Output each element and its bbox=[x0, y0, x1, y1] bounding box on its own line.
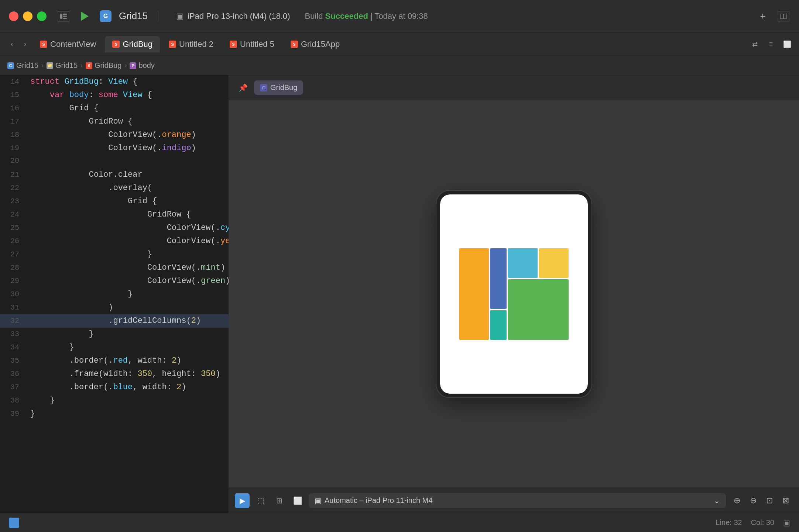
code-line-27: 27 } bbox=[0, 248, 229, 261]
line-content: struct GridBug: View { bbox=[27, 75, 229, 88]
code-editor[interactable]: 14struct GridBug: View {15 var body: som… bbox=[0, 75, 229, 513]
tab-content-view[interactable]: S ContentView bbox=[32, 36, 103, 52]
code-line-16: 16 Grid { bbox=[0, 102, 229, 115]
line-content: Grid { bbox=[27, 102, 229, 115]
preview-canvas bbox=[229, 100, 799, 488]
line-content: Color.clear bbox=[27, 168, 229, 181]
statusbar-left bbox=[9, 518, 19, 528]
line-number: 19 bbox=[0, 142, 27, 154]
line-number: 27 bbox=[0, 249, 27, 260]
zoom-controls: ⊕ ⊖ ⊡ ⊠ bbox=[730, 493, 793, 508]
zoom-in-button[interactable]: ⊕ bbox=[730, 493, 744, 508]
grid-button[interactable]: ⊞ bbox=[272, 493, 287, 508]
device-selector-dropdown[interactable]: ▣ Automatic – iPad Pro 11-inch M4 ⌄ bbox=[309, 493, 726, 508]
code-line-25: 25 ColorView(.cyan) bbox=[0, 221, 229, 235]
code-line-38: 38 } bbox=[0, 394, 229, 407]
tab-untitled-2[interactable]: S Untitled 2 bbox=[161, 36, 221, 52]
col-indicator: Col: 30 bbox=[751, 518, 774, 527]
svg-rect-4 bbox=[780, 14, 783, 19]
code-line-29: 29 ColorView(.green) bbox=[0, 274, 229, 288]
line-content: ColorView(.orange) bbox=[27, 128, 229, 141]
play-preview-button[interactable]: ▶ bbox=[235, 493, 250, 508]
pin-button[interactable]: 📌 bbox=[236, 81, 250, 94]
line-number: 16 bbox=[0, 103, 27, 114]
code-line-26: 26 ColorView(.yellow) bbox=[0, 235, 229, 248]
minimize-button[interactable] bbox=[23, 11, 32, 21]
code-line-20: 20 bbox=[0, 155, 229, 168]
line-number: 25 bbox=[0, 222, 27, 234]
zoom-fit-button[interactable]: ⊡ bbox=[762, 493, 777, 508]
bc-grid15-app[interactable]: G Grid15 bbox=[7, 61, 38, 70]
bc-folder-label: Grid15 bbox=[55, 61, 78, 70]
code-line-21: 21 Color.clear bbox=[0, 168, 229, 182]
line-number: 31 bbox=[0, 302, 27, 314]
line-number: 20 bbox=[0, 155, 27, 167]
line-number: 23 bbox=[0, 196, 27, 207]
tab-grid-bug[interactable]: S GridBug bbox=[105, 36, 160, 52]
code-line-33: 33 } bbox=[0, 328, 229, 341]
code-line-32: 32 .gridCellColumns(2) bbox=[0, 314, 229, 328]
tab-grid15-app[interactable]: S Grid15App bbox=[283, 36, 347, 52]
bc-sep-2: › bbox=[80, 62, 83, 69]
svg-rect-5 bbox=[784, 14, 787, 19]
bc-swift-icon: S bbox=[86, 62, 92, 69]
bc-grid15-label: Grid15 bbox=[16, 61, 38, 70]
line-content: var body: some View { bbox=[27, 89, 229, 101]
line-number: 18 bbox=[0, 129, 27, 141]
tab-label-grid-bug: GridBug bbox=[123, 39, 152, 49]
line-content: GridRow { bbox=[27, 208, 229, 221]
line-content: .border(.red, width: 2) bbox=[27, 354, 229, 367]
device-name: iPad Pro 13-inch (M4) (18.0) bbox=[188, 11, 290, 21]
traffic-lights bbox=[9, 11, 47, 21]
bc-body[interactable]: P body bbox=[130, 61, 154, 70]
device-selector[interactable]: ▣ iPad Pro 13-inch (M4) (18.0) bbox=[176, 11, 290, 21]
cell-cyan bbox=[508, 248, 538, 278]
line-number: 29 bbox=[0, 275, 27, 287]
ipad-device bbox=[436, 191, 591, 397]
tab-label-grid15-app: Grid15App bbox=[301, 39, 340, 49]
bc-app-icon: G bbox=[7, 62, 14, 69]
bc-gridbug[interactable]: S GridBug bbox=[86, 61, 121, 70]
split-view-button[interactable] bbox=[777, 11, 790, 21]
preview-bottombar: ▶ ⬚ ⊞ ⬜ ▣ Automatic – iPad Pro 11-inch M… bbox=[229, 488, 799, 513]
line-number: 28 bbox=[0, 262, 27, 274]
code-line-36: 36 .frame(width: 350, height: 350) bbox=[0, 367, 229, 381]
inspect-button[interactable]: ⬚ bbox=[253, 493, 268, 508]
code-line-39: 39} bbox=[0, 407, 229, 421]
inspector-button[interactable]: ⬜ bbox=[781, 39, 793, 49]
bc-grid15-folder[interactable]: 📁 Grid15 bbox=[47, 61, 78, 70]
code-line-34: 34 } bbox=[0, 341, 229, 354]
tab-label-untitled-5: Untitled 5 bbox=[240, 39, 274, 49]
tab-untitled-5[interactable]: S Untitled 5 bbox=[222, 36, 282, 52]
line-number: 36 bbox=[0, 368, 27, 380]
device-rotate-button[interactable]: ⬜ bbox=[290, 493, 305, 508]
preview-tab-label: GridBug bbox=[270, 83, 297, 92]
code-line-15: 15 var body: some View { bbox=[0, 89, 229, 102]
line-content: ColorView(.green) bbox=[27, 274, 229, 287]
run-button[interactable] bbox=[78, 9, 92, 24]
sidebar-toggle-button[interactable] bbox=[57, 11, 70, 21]
statusbar-right: Line: 32 Col: 30 ▣ bbox=[716, 518, 790, 527]
line-content: .overlay( bbox=[27, 182, 229, 194]
close-button[interactable] bbox=[9, 11, 18, 21]
tabbar-right-controls: ⇄ ≡ ⬜ bbox=[749, 39, 793, 49]
fullscreen-button[interactable] bbox=[37, 11, 47, 21]
tab-back-button[interactable]: ‹ bbox=[6, 39, 18, 49]
line-number: 30 bbox=[0, 289, 27, 300]
add-tab-button[interactable]: + bbox=[756, 11, 769, 21]
line-number: 32 bbox=[0, 315, 27, 327]
swift-icon-4: S bbox=[230, 41, 237, 48]
code-line-31: 31 ) bbox=[0, 301, 229, 314]
preview-tab-gridbug[interactable]: ◻ GridBug bbox=[254, 80, 303, 95]
zoom-fill-button[interactable]: ⊠ bbox=[778, 493, 793, 508]
svg-rect-0 bbox=[60, 14, 62, 19]
zoom-out-button[interactable]: ⊖ bbox=[746, 493, 761, 508]
code-line-18: 18 ColorView(.orange) bbox=[0, 128, 229, 142]
statusbar: Line: 32 Col: 30 ▣ bbox=[0, 513, 799, 532]
minimap-button[interactable]: ≡ bbox=[765, 39, 777, 49]
line-number: 35 bbox=[0, 355, 27, 367]
cell-orange bbox=[459, 248, 489, 340]
editor-layout-button[interactable]: ⇄ bbox=[749, 39, 761, 49]
code-line-30: 30 } bbox=[0, 288, 229, 301]
tab-forward-button[interactable]: › bbox=[19, 39, 31, 49]
